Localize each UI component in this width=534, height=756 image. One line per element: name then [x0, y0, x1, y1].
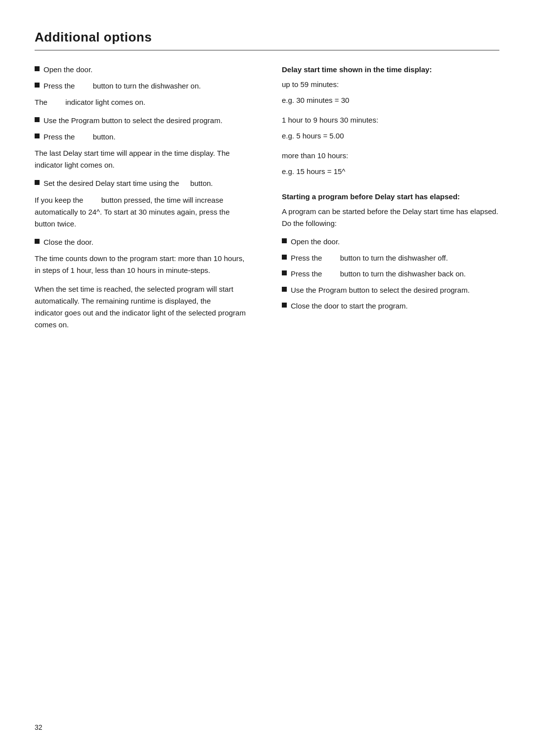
bullet-close-door-1: Close the door. — [35, 237, 252, 248]
delay-item-3-label: more than 10 hours: — [282, 150, 499, 162]
indicator-line: The indicator light comes on. — [35, 96, 252, 108]
left-column: Open the door. Press the button to turn … — [35, 64, 252, 338]
bullet-press-turn-on: Press the button to turn the dishwasher … — [35, 81, 252, 92]
starting-section-heading: Starting a program before Delay start ha… — [282, 191, 499, 202]
countdown-para: The time counts down to the program star… — [35, 253, 252, 276]
page-title: Additional options — [35, 30, 499, 45]
last-delay-para: The last Delay start time will appear in… — [35, 147, 252, 171]
bullet-text: Use the Program button to select the des… — [291, 285, 470, 296]
delay-item-1-label: up to 59 minutes: — [282, 79, 499, 90]
delay-section-heading: Delay start time shown in the time displ… — [282, 64, 499, 75]
delay-item-3-value: e.g. 15 hours = 15^ — [282, 166, 499, 178]
bullet-text: Press the button to turn the dishwasher … — [291, 268, 466, 280]
bullet-open-door-1: Open the door. — [35, 64, 252, 76]
bullet-icon — [282, 255, 287, 260]
bullet-icon — [35, 83, 40, 88]
bullet-text: Press the button to turn the dishwasher … — [44, 81, 201, 92]
bullet-text: Open the door. — [291, 236, 340, 248]
bullet-close-door-start: Close the door to start the program. — [282, 301, 499, 312]
bullet-text: Close the door to start the program. — [291, 301, 408, 312]
set-time-para: When the set time is reached, the select… — [35, 283, 252, 331]
bullet-text: Press the button. — [44, 132, 116, 143]
bullet-use-program: Use the Program button to select the des… — [35, 115, 252, 127]
bullet-icon — [282, 238, 287, 243]
delay-item-2-value: e.g. 5 hours = 5.00 — [282, 130, 499, 142]
bullet-icon — [282, 303, 287, 308]
bullet-text: Press the button to turn the dishwasher … — [291, 253, 448, 264]
bullet-text: Set the desired Delay start time using t… — [44, 178, 213, 189]
bullet-icon — [35, 180, 40, 185]
bullet-icon — [35, 133, 40, 138]
bullet-set-delay: Set the desired Delay start time using t… — [35, 178, 252, 189]
bullet-press-turn-off: Press the button to turn the dishwasher … — [282, 253, 499, 264]
bullet-icon — [35, 239, 40, 244]
bullet-press-button: Press the button. — [35, 132, 252, 143]
bullet-icon — [35, 117, 40, 122]
bullet-use-program-2: Use the Program button to select the des… — [282, 285, 499, 296]
starting-intro: A program can be started before the Dela… — [282, 206, 499, 229]
bullet-text: Use the Program button to select the des… — [44, 115, 222, 127]
title-divider — [35, 50, 499, 50]
bullet-open-door-2: Open the door. — [282, 236, 499, 248]
right-column: Delay start time shown in the time displ… — [282, 64, 499, 338]
bullet-icon — [282, 287, 287, 292]
page-number: 32 — [35, 723, 43, 731]
keep-pressed-para: If you keep the button pressed, the time… — [35, 194, 252, 230]
bullet-icon — [282, 270, 287, 275]
bullet-icon — [35, 66, 40, 71]
delay-item-2-label: 1 hour to 9 hours 30 minutes: — [282, 114, 499, 126]
bullet-press-turn-back-on: Press the button to turn the dishwasher … — [282, 268, 499, 280]
bullet-text: Open the door. — [44, 64, 92, 76]
main-content: Open the door. Press the button to turn … — [35, 64, 499, 338]
delay-item-1-value: e.g. 30 minutes = 30 — [282, 94, 499, 106]
bullet-text: Close the door. — [44, 237, 93, 248]
